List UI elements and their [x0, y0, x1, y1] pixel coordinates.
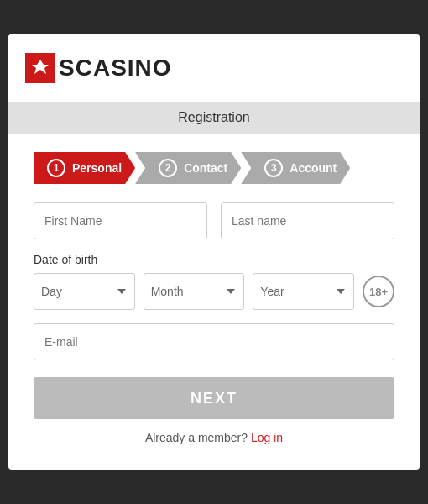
email-input[interactable] [34, 323, 394, 360]
modal: SCASINO × Registration 1 Personal 2 Cont… [8, 34, 420, 470]
logo-casino: CASINO [76, 55, 172, 81]
email-row [34, 323, 394, 360]
dob-label: Date of birth [34, 253, 394, 266]
first-name-input[interactable] [34, 202, 207, 239]
login-link[interactable]: Log in [251, 431, 283, 444]
step-1-number: 1 [47, 159, 65, 177]
dob-row: Day Month Year 18+ [34, 273, 394, 310]
login-prompt: Already a member? Log in [34, 431, 394, 444]
step-account-arrow[interactable]: 3 Account [241, 152, 350, 184]
last-name-input[interactable] [221, 202, 394, 239]
step-personal: 1 Personal [34, 152, 135, 184]
month-select[interactable]: Month [144, 273, 245, 310]
year-select[interactable]: Year [253, 273, 354, 310]
age-badge: 18+ [363, 276, 394, 307]
logo-section: SCASINO [8, 34, 420, 102]
day-select[interactable]: Day [34, 273, 135, 310]
logo-icon [25, 53, 55, 83]
step-3-number: 3 [264, 159, 283, 177]
next-button[interactable]: NEXT [34, 377, 394, 419]
step-personal-arrow[interactable]: 1 Personal [34, 152, 135, 184]
name-row [34, 202, 394, 239]
step-contact-arrow[interactable]: 2 Contact [135, 152, 241, 184]
logo-text: SCASINO [59, 55, 172, 81]
step-1-label: Personal [72, 161, 122, 175]
form-body: Date of birth Day Month Year 18+ NEXT Al… [8, 202, 420, 470]
stepper: 1 Personal 2 Contact 3 Account [8, 134, 420, 202]
step-contact: 2 Contact [135, 152, 241, 184]
step-2-label: Contact [184, 161, 227, 175]
overlay: SCASINO × Registration 1 Personal 2 Cont… [0, 0, 428, 504]
registration-title: Registration [8, 102, 420, 134]
modal-header: SCASINO × [8, 34, 420, 102]
step-3-label: Account [290, 161, 337, 175]
step-account: 3 Account [241, 152, 350, 184]
close-button[interactable]: × [388, 46, 408, 66]
step-2-number: 2 [159, 159, 177, 177]
